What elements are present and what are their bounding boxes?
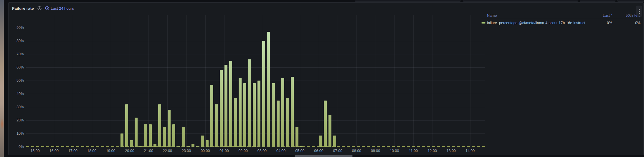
x-tick-label: 11:00 [409,149,418,153]
failure-rate-bar[interactable] [168,110,171,147]
failure-rate-bar[interactable] [153,144,156,147]
horizontal-scrollbar-thumb[interactable] [295,155,353,157]
grid-line-vertical [338,15,338,147]
failure-rate-bar[interactable] [144,124,147,147]
x-tick-label: 10:00 [390,149,399,153]
time-range-label: Last 24 hours [51,6,74,11]
failure-rate-bar[interactable] [239,78,242,147]
failure-rate-bar[interactable] [120,133,123,147]
legend-sort-percentile[interactable]: 50th %⌄ [612,14,640,18]
grid-line-vertical [376,15,376,147]
x-tick-label: 06:00 [314,149,323,153]
y-tick-label: 10% [9,131,24,136]
y-tick-label: 50% [9,78,24,83]
failure-rate-bar[interactable] [272,83,275,147]
clock-icon [45,6,49,10]
grid-line-horizontal [26,28,485,28]
kebab-menu-icon [639,11,640,12]
failure-rate-bar[interactable] [139,146,142,147]
failure-rate-bar[interactable] [257,81,260,147]
failure-rate-bar[interactable] [328,115,331,147]
legend-sort-name[interactable]: Name [487,14,594,18]
failure-rate-bar[interactable] [149,124,152,147]
series-percentile-value: 0% [612,21,640,25]
failure-rate-bar[interactable] [163,127,166,147]
failure-rate-bar[interactable] [206,140,209,147]
failure-rate-bar[interactable] [187,146,190,147]
failure-rate-bar[interactable] [243,83,246,147]
grid-line-vertical [35,15,35,147]
y-tick-label: 40% [9,91,24,96]
failure-rate-bar[interactable] [158,104,161,147]
failure-rate-bar[interactable] [234,98,237,147]
adjacent-panel-edge [463,0,578,2]
grid-line-vertical [186,15,187,147]
x-tick-label: 12:00 [428,149,437,153]
bar-chart-plot-area: 15:0016:0017:0018:0019:0020:0021:0022:00… [26,15,485,147]
x-tick-label: 15:00 [30,149,39,153]
grid-line-vertical [470,15,470,147]
grid-line-vertical [73,15,73,147]
y-tick-label: 20% [9,118,24,123]
adjacent-panel-edge [617,0,644,2]
x-tick-label: 13:00 [447,149,456,153]
failure-rate-bar[interactable] [277,101,280,147]
grid-line-vertical [130,15,130,147]
failure-rate-bar[interactable] [281,78,284,147]
panel-time-range[interactable]: Last 24 hours [45,6,74,11]
y-tick-label: 70% [9,52,24,56]
x-tick-label: 19:00 [106,149,115,153]
failure-rate-bar[interactable] [201,136,204,147]
grid-line-horizontal [26,41,485,41]
failure-rate-bar[interactable] [125,104,128,147]
failure-rate-bar[interactable] [215,104,218,147]
kebab-menu-icon [639,9,640,10]
grid-line-vertical [319,15,319,147]
x-tick-label: 20:00 [125,149,134,153]
failure-rate-bar[interactable] [300,146,303,147]
failure-rate-bar[interactable] [210,85,213,147]
failure-rate-bar[interactable] [286,98,289,147]
x-tick-label: 08:00 [352,149,361,153]
failure-rate-bar[interactable] [253,83,256,147]
failure-rate-bar[interactable] [229,61,232,147]
legend-sort-last[interactable]: Last * [594,14,612,18]
failure-rate-bar[interactable] [319,136,322,147]
failure-rate-bar[interactable] [130,140,133,147]
failure-rate-bar[interactable] [196,146,199,147]
y-tick-label: 80% [9,39,24,43]
info-icon[interactable] [37,6,42,10]
adjacent-panel-edge [355,0,460,2]
legend-series-row: failure_percentage @cf/meta/llama-4-scou… [481,20,640,25]
failure-rate-bar[interactable] [177,146,180,147]
failure-rate-bar[interactable] [220,70,223,147]
failure-rate-bar[interactable] [135,118,138,147]
failure-rate-bar[interactable] [333,136,336,147]
grid-line-vertical [92,15,92,147]
x-tick-label: 14:00 [465,149,475,153]
failure-rate-bar[interactable] [248,59,251,147]
grid-line-vertical [111,15,111,147]
failure-rate-bar[interactable] [182,127,185,147]
failure-rate-bar[interactable] [267,32,270,147]
failure-rate-bar[interactable] [291,77,294,147]
legend-divider [481,19,640,19]
series-last-value: 0% [594,21,612,25]
series-name[interactable]: failure_percentage @cf/meta/llama-4-scou… [487,21,594,25]
failure-rate-bar[interactable] [191,144,194,147]
failure-rate-bar[interactable] [262,41,265,147]
failure-rate-bar[interactable] [224,65,227,147]
grid-line-horizontal [26,67,485,68]
grid-line-vertical [54,15,54,147]
x-tick-label: 16:00 [49,149,59,153]
y-tick-label: 90% [9,25,24,30]
failure-rate-bar[interactable] [172,124,175,147]
series-color-swatch [481,22,486,24]
legend-header-row: Name Last * 50th %⌄ [481,13,640,18]
grid-line-vertical [413,15,414,147]
failure-rate-bar[interactable] [295,127,298,147]
failure-rate-bar[interactable] [324,101,327,147]
grid-line-vertical [300,15,300,147]
x-tick-label: 09:00 [371,149,380,153]
x-tick-label: 05:00 [295,149,304,153]
